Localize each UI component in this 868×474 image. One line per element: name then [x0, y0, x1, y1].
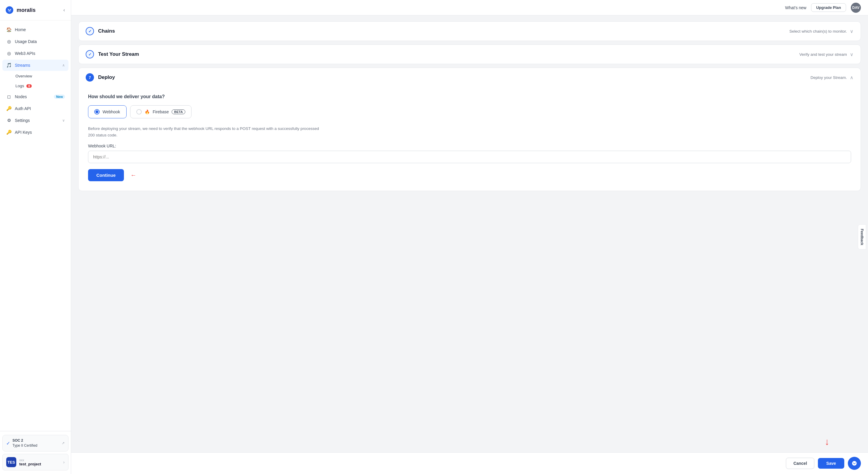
continue-arrow-indicator: ←	[130, 172, 136, 179]
deploy-info-text: Before deploying your stream, we need to…	[88, 125, 319, 138]
project-info: xxx test_project	[19, 458, 60, 466]
overview-label: Overview	[16, 74, 32, 78]
firebase-beta-badge: BETA	[172, 110, 185, 114]
test-stream-card: ✓ Test Your Stream Verify and test your …	[78, 45, 861, 64]
red-down-arrow: ↓	[825, 436, 830, 447]
nav-label-web3: Web3 APIs	[15, 51, 65, 56]
content-area: ✓ Chains Select which chain(s) to monito…	[71, 16, 868, 452]
feedback-tab[interactable]: Feedback	[858, 224, 866, 249]
logs-badge: 0	[26, 84, 32, 88]
save-button[interactable]: Save	[818, 458, 844, 469]
test-stream-title: Test Your Stream	[98, 51, 799, 57]
nodes-icon: ◻	[6, 94, 12, 99]
api-keys-icon: 🔑	[6, 129, 12, 135]
soc-subtitle: Type II Certified	[12, 443, 37, 448]
nav-label-nodes: Nodes	[15, 94, 51, 99]
nav-label-auth: Auth API	[15, 106, 65, 111]
sidebar-item-streams[interactable]: 🎵 Streams ∧	[2, 60, 68, 71]
chains-subtitle: Select which chain(s) to monitor.	[789, 29, 847, 33]
nodes-new-badge: New	[54, 95, 65, 99]
main-area: What's new Upgrade Plan DAV ✓ Chains Sel…	[71, 0, 868, 474]
project-name: test_project	[19, 462, 60, 466]
webhook-url-label: Webhook URL:	[88, 144, 851, 148]
web3-apis-icon: ◎	[6, 51, 12, 56]
soc-title: SOC 2	[12, 438, 37, 443]
sidebar-item-nodes[interactable]: ◻ Nodes New	[2, 91, 68, 102]
soc-external-icon: ↗	[62, 441, 65, 445]
chains-card-header[interactable]: ✓ Chains Select which chain(s) to monito…	[79, 22, 861, 41]
test-stream-checkmark-icon: ✓	[88, 52, 92, 57]
deploy-title: Deploy	[98, 75, 810, 80]
test-stream-subtitle: Verify and test your stream	[799, 52, 847, 57]
chains-card: ✓ Chains Select which chain(s) to monito…	[78, 21, 861, 41]
streams-chevron: ∧	[62, 63, 65, 67]
deploy-step-number: 7	[89, 75, 91, 80]
deliver-question: How should we deliver your data?	[88, 94, 851, 99]
chains-checkmark-icon: ✓	[88, 29, 92, 33]
sidebar-toggle[interactable]: ‹	[62, 6, 66, 14]
nav-label-home: Home	[15, 27, 65, 32]
deploy-step: 7	[86, 73, 94, 82]
sidebar-item-home[interactable]: 🏠 Home	[2, 24, 68, 35]
chains-chevron: ∨	[850, 28, 854, 34]
chains-title: Chains	[98, 28, 789, 34]
soc-text: SOC 2 Type II Certified	[12, 438, 37, 448]
settings-icon: ⚙	[6, 118, 12, 123]
project-initials: TES	[7, 460, 15, 465]
sidebar: moralis ‹ 🏠 Home ◎ Usage Data ◎ Web3 API…	[0, 0, 71, 474]
sidebar-item-web3-apis[interactable]: ◎ Web3 APIs	[2, 48, 68, 59]
test-stream-card-header[interactable]: ✓ Test Your Stream Verify and test your …	[79, 45, 861, 64]
soc-card[interactable]: ✓ SOC 2 Type II Certified ↗	[2, 435, 68, 451]
continue-row: Continue ←	[88, 169, 851, 181]
app-name: moralis	[17, 7, 36, 13]
bottom-bar: Cancel Save	[71, 452, 868, 474]
sidebar-footer: ✓ SOC 2 Type II Certified ↗ TES xxx test…	[0, 431, 71, 474]
logs-label: Logs	[16, 84, 24, 88]
chains-step: ✓	[86, 27, 94, 35]
soc-check-icon: ✓	[6, 441, 10, 446]
firebase-label-text: Firebase	[153, 110, 169, 114]
sidebar-item-logs[interactable]: Logs 0	[12, 81, 68, 90]
continue-button[interactable]: Continue	[88, 169, 124, 181]
feedback-label: Feedback	[860, 229, 864, 245]
project-row[interactable]: TES xxx test_project ›	[2, 454, 68, 470]
deploy-card-header[interactable]: 7 Deploy Deploy your Stream. ∧	[79, 68, 861, 87]
webhook-radio-dot	[95, 110, 98, 113]
sidebar-header: moralis ‹	[0, 0, 71, 21]
sidebar-item-settings[interactable]: ⚙ Settings ∨	[2, 115, 68, 126]
webhook-option[interactable]: Webhook	[88, 105, 127, 118]
firebase-radio	[136, 109, 142, 115]
sidebar-nav: 🏠 Home ◎ Usage Data ◎ Web3 APIs 🎵 Stream…	[0, 21, 71, 431]
usage-data-icon: ◎	[6, 39, 12, 44]
webhook-url-input[interactable]	[88, 151, 851, 163]
firebase-option[interactable]: 🔥 Firebase BETA	[130, 105, 191, 118]
home-icon: 🏠	[6, 27, 12, 32]
deploy-card: 7 Deploy Deploy your Stream. ∧ How shoul…	[78, 68, 861, 191]
user-avatar[interactable]: DAV	[851, 3, 861, 13]
project-avatar: TES	[6, 457, 16, 467]
settings-chevron: ∨	[62, 118, 65, 122]
sidebar-item-usage-data[interactable]: ◎ Usage Data	[2, 36, 68, 47]
streams-submenu: Overview Logs 0	[2, 71, 68, 90]
nav-label-streams: Streams	[15, 63, 59, 68]
sidebar-item-overview[interactable]: Overview	[12, 71, 68, 81]
webhook-radio	[94, 109, 100, 115]
cancel-button[interactable]: Cancel	[786, 458, 814, 469]
whats-new-link[interactable]: What's new	[785, 5, 806, 10]
upgrade-plan-button[interactable]: Upgrade Plan	[811, 3, 846, 12]
delivery-options: Webhook 🔥 Firebase BETA	[88, 105, 851, 118]
firebase-emoji: 🔥	[145, 110, 150, 114]
sidebar-item-api-keys[interactable]: 🔑 API Keys	[2, 127, 68, 138]
deploy-body: How should we deliver your data? Webhook…	[79, 87, 861, 191]
webhook-label-text: Webhook	[102, 110, 120, 114]
nav-label-usage: Usage Data	[15, 39, 65, 44]
test-stream-chevron: ∨	[850, 52, 854, 57]
topbar: What's new Upgrade Plan DAV	[71, 0, 868, 16]
moralis-fab-button[interactable]	[848, 457, 861, 470]
streams-icon: 🎵	[6, 63, 12, 68]
logo[interactable]: moralis	[5, 5, 36, 15]
nav-label-api-keys: API Keys	[15, 130, 65, 135]
nav-label-settings: Settings	[15, 118, 59, 123]
project-chevron: ›	[63, 460, 65, 465]
sidebar-item-auth-api[interactable]: 🔑 Auth API	[2, 103, 68, 114]
